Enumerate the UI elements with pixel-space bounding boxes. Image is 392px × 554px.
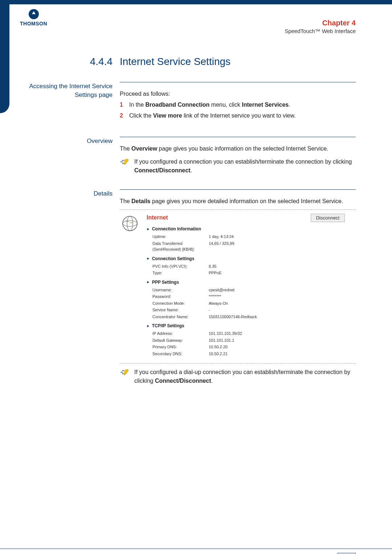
panel-value: ******** [209, 294, 356, 300]
panel-row: Uptime:1 day, 4:13:24 [152, 234, 356, 240]
panel-value: Always-On [209, 300, 356, 307]
panel-row: Default Gateway:101.101.101.1 [152, 337, 356, 344]
panel-key: Type: [152, 270, 209, 276]
step-1: 1 In the Broadband Connection menu, clic… [120, 100, 356, 109]
panel-value: 10.50.2.20 [209, 344, 356, 350]
panel-key: Password: [152, 294, 209, 300]
panel-key: Service Name: [152, 307, 209, 313]
panel-value: 10.50.2.21 [209, 351, 356, 357]
step-number: 2 [120, 111, 129, 120]
note-row-2: If you configured a dial-up connection y… [120, 368, 356, 385]
panel-row: IP Address:101.101.101.39/32 [152, 331, 356, 337]
panel-row: Data Transferred (Sent/Received) [KB/B]:… [152, 241, 356, 253]
panel-key: Uptime: [152, 234, 209, 240]
thomson-text: THOMSON [20, 21, 47, 26]
details-panel: Internet Disconnect ●Connection Informat… [120, 209, 356, 364]
panel-section: ●TCP/IP SettingsIP Address:101.101.101.3… [147, 323, 356, 357]
note-text-2: If you configured a dial-up connection y… [134, 368, 356, 385]
details-text: The Details page gives you more detailed… [120, 197, 356, 206]
overview-text: The Overview page gives you basic inform… [120, 144, 356, 153]
panel-key: PVC Info (VPI.VCI): [152, 263, 209, 270]
panel-section-title: ●Connection Settings [147, 255, 356, 262]
note-row: If you configured a connection you can e… [120, 157, 356, 175]
steps-list: 1 In the Broadband Connection menu, clic… [120, 100, 356, 120]
thomson-logo: THOMSON [20, 9, 47, 26]
panel-row: Primary DNS:10.50.2.20 [152, 344, 356, 350]
svg-point-2 [127, 216, 133, 231]
panel-value: 101.101.101.39/32 [209, 331, 356, 337]
panel-row: PVC Info (VPI.VCI):8.35 [152, 263, 356, 270]
step-text: In the Broadband Connection menu, click … [129, 100, 290, 109]
disconnect-button[interactable]: Disconnect [311, 214, 345, 222]
top-bar [0, 0, 392, 4]
step-text: Click the View more link of the Internet… [129, 111, 296, 120]
panel-row: Password:******** [152, 294, 356, 300]
panel-value: 101.101.101.1 [209, 337, 356, 344]
panel-section: ●Connection SettingsPVC Info (VPI.VCI):8… [147, 255, 356, 276]
intro-text: Proceed as follows: [120, 90, 356, 98]
chapter-label: Chapter 4 [0, 19, 356, 27]
panel-value: 14,65 / 325,99 [209, 241, 356, 253]
block-label-overview: Overview [29, 137, 120, 145]
panel-key: Connection Mode: [152, 300, 209, 307]
panel-section: ●Connection InformationUptime:1 day, 4:1… [147, 226, 356, 253]
step-2: 2 Click the View more link of the Intern… [120, 111, 356, 120]
panel-key: Primary DNS: [152, 344, 209, 350]
thomson-icon [29, 9, 39, 19]
panel-value: 8.35 [209, 263, 356, 270]
panel-section-title: ●Connection Information [147, 226, 356, 232]
panel-title: Internet [147, 213, 168, 222]
panel-value: PPPoE [209, 270, 356, 276]
side-curve-decoration [0, 4, 9, 113]
svg-point-0 [123, 216, 137, 231]
section-title: Internet Service Settings [120, 56, 230, 67]
panel-key: Default Gateway: [152, 337, 209, 344]
panel-row: Secondary DNS:10.50.2.21 [152, 351, 356, 357]
panel-section: ●PPP SettingsUsername:cpesit@rednetPassw… [147, 279, 356, 320]
panel-row: Connection Mode:Always-On [152, 300, 356, 307]
panel-key: Concentrator Name: [152, 314, 209, 320]
panel-key: Data Transferred (Sent/Received) [KB/B]: [152, 241, 209, 253]
section-number: 4.4.4 [29, 56, 120, 67]
globe-icon [120, 213, 147, 360]
page-subtitle: SpeedTouch™ Web Interface [0, 28, 356, 34]
svg-point-1 [123, 221, 137, 226]
note-icon [120, 368, 134, 378]
panel-row: Type:PPPoE [152, 270, 356, 276]
block-label-accessing: Accessing the Internet Service Settings … [29, 82, 120, 99]
step-number: 1 [120, 100, 129, 109]
note-icon [120, 157, 134, 168]
panel-value: 1 day, 4:13:24 [209, 234, 356, 240]
page-footer: E-DOC-CTC-20051017-0147 v2.0 speedtouch™… [0, 549, 392, 554]
panel-value: cpesit@rednet [209, 287, 356, 293]
speedtouch-logo: speedtouch™ [178, 553, 249, 554]
panel-section-title: ●PPP Settings [147, 279, 356, 286]
block-label-details: Details [29, 189, 120, 198]
panel-row: Service Name:- [152, 307, 356, 313]
panel-value: 15031100007146-Redback [209, 314, 356, 320]
panel-key: Username: [152, 287, 209, 293]
panel-section-title: ●TCP/IP Settings [147, 323, 356, 329]
panel-row: Username:cpesit@rednet [152, 287, 356, 293]
panel-value: - [209, 307, 356, 313]
panel-key: Secondary DNS: [152, 351, 209, 357]
panel-row: Concentrator Name:15031100007146-Redback [152, 314, 356, 320]
note-text: If you configured a connection you can e… [134, 157, 356, 175]
panel-key: IP Address: [152, 331, 209, 337]
